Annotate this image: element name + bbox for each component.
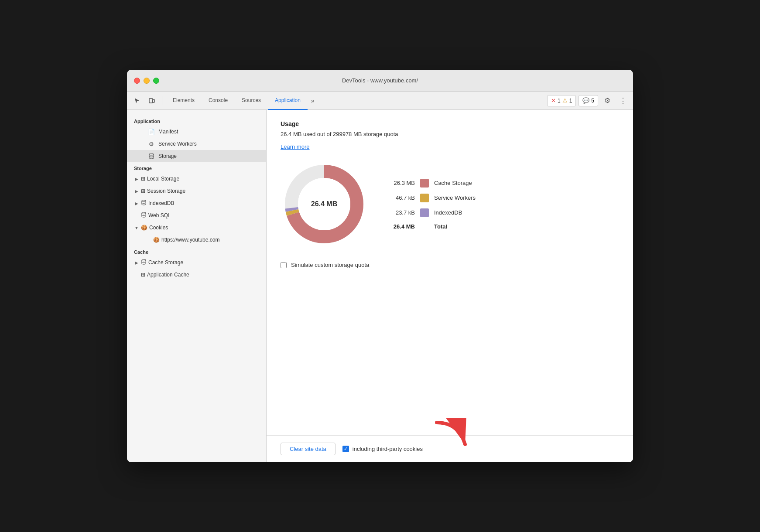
- svg-point-2: [149, 153, 154, 155]
- titlebar: DevTools - www.youtube.com/: [127, 70, 633, 92]
- sidebar-item-manifest[interactable]: 📄 Manifest: [127, 126, 266, 138]
- chart-area: 26.4 MB 26.3 MB Cache Storage 46.7 kB Se…: [281, 160, 619, 248]
- cookies-youtube-icon: 🍪: [153, 237, 160, 243]
- toolbar: Elements Console Sources Application » ✕…: [127, 92, 633, 110]
- content-inner: Usage 26.4 MB used out of 299978 MB stor…: [267, 110, 633, 435]
- local-storage-label: Local Storage: [147, 176, 179, 182]
- kebab-icon: ⋮: [619, 97, 627, 105]
- app-cache-icon: ⊞: [141, 272, 145, 278]
- close-button[interactable]: [134, 78, 140, 84]
- bottom-section: Clear site data ✓ including third-party …: [267, 435, 633, 462]
- legend-idb-value: 23.7 kB: [389, 209, 415, 216]
- svg-point-5: [142, 259, 146, 261]
- gear-icon: ⚙: [604, 96, 610, 105]
- sidebar-item-session-storage[interactable]: ⊞ Session Storage: [127, 185, 266, 197]
- sidebar-item-service-workers[interactable]: ⚙ Service Workers: [127, 138, 266, 150]
- warning-count: 1: [569, 98, 572, 104]
- window-controls: [134, 78, 159, 84]
- indexeddb-label: IndexedDB: [148, 200, 174, 206]
- legend-sw-name: Service Workers: [434, 194, 476, 201]
- simulate-checkbox-row: Simulate custom storage quota: [281, 262, 619, 268]
- maximize-button[interactable]: [153, 78, 159, 84]
- storage-icon: [148, 153, 155, 160]
- device-icon: [148, 97, 155, 104]
- cookies-triangle[interactable]: [134, 225, 139, 230]
- cache-storage-label: Cache Storage: [148, 259, 183, 266]
- legend-row-sw: 46.7 kB Service Workers: [389, 194, 476, 202]
- sidebar-item-storage[interactable]: Storage: [127, 150, 266, 162]
- sidebar-item-local-storage[interactable]: ⊞ Local Storage: [127, 173, 266, 185]
- cursor-icon: [134, 97, 140, 104]
- device-toggle-button[interactable]: [145, 95, 158, 107]
- legend-sw-value: 46.7 kB: [389, 194, 415, 201]
- sidebar-section-application: Application: [127, 115, 266, 126]
- comment-count: 5: [591, 98, 594, 104]
- error-icon: ✕: [551, 97, 556, 104]
- legend: 26.3 MB Cache Storage 46.7 kB Service Wo…: [389, 179, 476, 230]
- indexeddb-icon: [141, 200, 147, 207]
- legend-row-idb: 23.7 kB IndexedDB: [389, 208, 476, 217]
- service-workers-icon: ⚙: [148, 140, 155, 147]
- tab-application[interactable]: Application: [268, 92, 308, 110]
- tab-sources[interactable]: Sources: [235, 92, 268, 110]
- service-workers-label: Service Workers: [158, 141, 259, 147]
- window-title: DevTools - www.youtube.com/: [342, 77, 418, 84]
- donut-label: 26.4 MB: [311, 200, 337, 208]
- session-storage-label: Session Storage: [147, 188, 185, 194]
- more-options-button[interactable]: ⋮: [616, 95, 630, 107]
- legend-cache-name: Cache Storage: [434, 180, 472, 186]
- settings-button[interactable]: ⚙: [601, 95, 614, 107]
- simulate-label[interactable]: Simulate custom storage quota: [291, 262, 369, 268]
- sidebar-item-cache-storage[interactable]: Cache Storage: [127, 256, 266, 269]
- manifest-label: Manifest: [158, 129, 259, 135]
- legend-cache-value: 26.3 MB: [389, 180, 415, 186]
- sidebar-item-web-sql[interactable]: Web SQL: [127, 209, 266, 222]
- sidebar-section-storage: Storage: [127, 162, 266, 173]
- tab-elements[interactable]: Elements: [166, 92, 202, 110]
- sidebar-section-cache: Cache: [127, 246, 266, 256]
- toolbar-tabs: Elements Console Sources Application »: [166, 92, 545, 110]
- more-tabs-button[interactable]: »: [308, 92, 318, 110]
- local-storage-triangle[interactable]: [134, 176, 139, 181]
- error-badge-button[interactable]: ✕ 1 ⚠ 1: [547, 95, 576, 106]
- third-party-label: including third-party cookies: [353, 446, 423, 452]
- sidebar-item-app-cache[interactable]: ⊞ Application Cache: [127, 269, 266, 281]
- comment-badge-button[interactable]: 💬 5: [579, 95, 598, 106]
- legend-total-value: 26.4 MB: [389, 223, 415, 230]
- session-storage-icon: ⊞: [141, 188, 145, 194]
- tab-console[interactable]: Console: [202, 92, 235, 110]
- error-count: 1: [558, 98, 561, 104]
- main-area: Application 📄 Manifest ⚙ Service Workers: [127, 110, 633, 462]
- sidebar-item-indexeddb[interactable]: IndexedDB: [127, 197, 266, 209]
- session-storage-triangle[interactable]: [134, 188, 139, 194]
- toolbar-separator: [162, 96, 162, 105]
- cache-storage-icon: [141, 259, 147, 266]
- app-cache-label: Application Cache: [147, 272, 189, 278]
- legend-row-cache: 26.3 MB Cache Storage: [389, 179, 476, 188]
- third-party-checkbox[interactable]: ✓: [342, 446, 349, 452]
- simulate-checkbox[interactable]: [281, 262, 287, 268]
- legend-total-name: Total: [434, 223, 447, 230]
- warning-icon: ⚠: [562, 97, 568, 104]
- sidebar-item-cookies-youtube[interactable]: 🍪 https://www.youtube.com: [127, 234, 266, 246]
- minimize-button[interactable]: [144, 78, 150, 84]
- cookies-label: Cookies: [149, 225, 168, 231]
- svg-rect-1: [153, 99, 154, 102]
- cursor-icon-button[interactable]: [130, 95, 144, 107]
- content-area: Usage 26.4 MB used out of 299978 MB stor…: [267, 110, 633, 462]
- svg-point-4: [142, 212, 146, 214]
- indexeddb-triangle[interactable]: [134, 201, 139, 206]
- svg-rect-0: [149, 99, 153, 103]
- toolbar-right: ✕ 1 ⚠ 1 💬 5 ⚙ ⋮: [547, 95, 630, 107]
- storage-label: Storage: [158, 153, 259, 159]
- legend-idb-color: [420, 208, 429, 217]
- clear-site-data-button[interactable]: Clear site data: [281, 443, 335, 455]
- third-party-row: ✓ including third-party cookies: [342, 446, 423, 452]
- svg-point-3: [142, 200, 146, 202]
- legend-cache-color: [420, 179, 429, 188]
- learn-more-link[interactable]: Learn more: [281, 143, 309, 150]
- usage-desc: 26.4 MB used out of 299978 MB storage qu…: [281, 131, 619, 137]
- cache-storage-triangle[interactable]: [134, 260, 139, 265]
- legend-row-total: 26.4 MB Total: [389, 223, 476, 230]
- sidebar-item-cookies[interactable]: 🍪 Cookies: [127, 222, 266, 234]
